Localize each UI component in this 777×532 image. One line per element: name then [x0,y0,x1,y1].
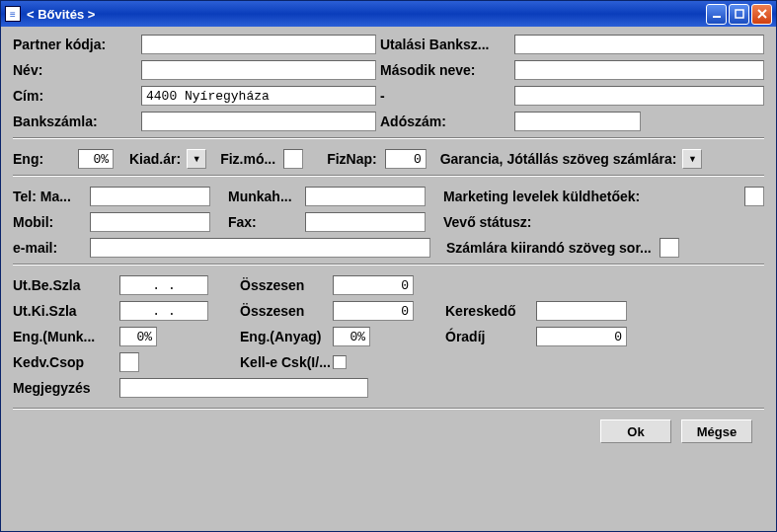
cim2-input[interactable] [514,86,764,106]
eng-munk-input[interactable]: 0% [119,327,157,346]
label-fax: Fax: [228,214,305,230]
adoszam-input[interactable] [514,112,641,131]
masodik-neve-input[interactable] [514,60,764,80]
label-ut-ki: Ut.Ki.Szla [13,303,119,319]
marketing-input[interactable] [744,187,764,206]
oradij-input[interactable]: 0 [536,327,627,346]
utal-bank-input[interactable] [514,35,764,54]
partner-kod-input[interactable] [141,35,376,54]
label-fiznap: FizNap: [327,151,377,167]
label-utal-bank: Utalási Banksz... [380,37,514,52]
cim-input[interactable]: 4400 Nyíregyháza [141,86,376,106]
ut-ki-input[interactable]: . . [119,301,208,321]
label-oradij: Óradíj [445,329,536,344]
maximize-icon [735,9,744,19]
label-megjegyzes: Megjegyzés [13,380,119,396]
bankszamla-input[interactable] [141,112,376,131]
email-input[interactable] [90,238,430,258]
kiad-ar-dropdown[interactable]: ▼ [187,149,206,169]
label-partner-kod: Partner kódja: [13,37,141,52]
kedv-csop-input[interactable] [119,352,139,372]
kelle-csk-checkbox[interactable] [333,355,347,369]
svg-rect-1 [736,10,743,18]
label-osszesen-1: Összesen [240,277,333,293]
mobil-input[interactable] [90,212,210,232]
eng-anyag-input[interactable]: 0% [333,327,370,346]
label-dash: - [380,88,514,104]
label-garancia: Garancia, Jótállás szöveg számlára: [440,151,677,167]
footer: Ok Mégse [13,416,764,449]
label-fiz-mo: Fiz.mó... [220,151,275,167]
svg-rect-0 [713,16,721,18]
label-kiad-ar: Kiad.ár: [129,151,181,167]
megjegyzes-input[interactable] [119,378,368,398]
cancel-button[interactable]: Mégse [681,419,752,443]
minimize-button[interactable] [706,4,727,25]
maximize-button[interactable] [729,4,749,25]
label-adoszam: Adószám: [380,114,514,129]
form-content: Partner kódja: Utalási Banksz... Név: Má… [1,27,776,531]
label-eng: Eng: [13,151,60,167]
fax-input[interactable] [305,212,426,232]
tel-ma-input[interactable] [90,187,210,206]
divider-2 [13,175,764,177]
label-marketing: Marketing levelek küldhetőek: [443,189,640,204]
label-kedv-csop: Kedv.Csop [13,354,119,370]
label-eng-munk: Eng.(Munk... [13,329,119,344]
label-mobil: Mobil: [13,214,90,230]
label-szamlara: Számlára kiirandó szöveg sor... [446,240,652,256]
app-window: ≡ < Bővités > Partner kódja: Utalási Ban… [0,0,777,532]
label-osszesen-2: Összesen [240,303,333,319]
label-bankszamla: Bankszámla: [13,114,141,129]
window-title: < Bővités > [27,7,706,22]
close-icon [757,9,767,19]
label-masodik-neve: Második neve: [380,62,514,78]
title-bar: ≡ < Bővités > [1,1,776,27]
fiz-mo-input[interactable] [283,149,303,169]
ok-button[interactable]: Ok [600,419,671,443]
kereskedo-input[interactable] [536,301,627,321]
app-icon: ≡ [5,6,21,22]
label-munkah: Munkah... [228,189,305,204]
osszesen-1-input[interactable]: 0 [333,275,414,295]
divider-1 [13,137,764,139]
label-nev: Név: [13,62,141,78]
close-button[interactable] [751,4,772,25]
label-vevo-statusz: Vevő státusz: [443,214,531,230]
label-cim: Cím: [13,88,141,104]
fiznap-input[interactable]: 0 [385,149,427,169]
label-kelle-csk: Kell-e Csk(I/... [240,354,331,370]
munkah-input[interactable] [305,187,426,206]
label-ut-be: Ut.Be.Szla [13,277,119,293]
osszesen-2-input[interactable]: 0 [333,301,414,321]
label-tel-ma: Tel: Ma... [13,189,90,204]
label-kereskedo: Kereskedő [445,303,536,319]
ut-be-input[interactable]: . . [119,275,208,295]
nev-input[interactable] [141,60,376,80]
divider-3 [13,264,764,266]
minimize-icon [712,9,722,19]
eng-input[interactable]: 0% [78,149,114,169]
divider-4 [13,408,764,410]
szamlara-input[interactable] [660,238,679,258]
label-email: e-mail: [13,240,90,256]
label-eng-anyag: Eng.(Anyag) [240,329,333,344]
garancia-dropdown[interactable]: ▼ [682,149,702,169]
